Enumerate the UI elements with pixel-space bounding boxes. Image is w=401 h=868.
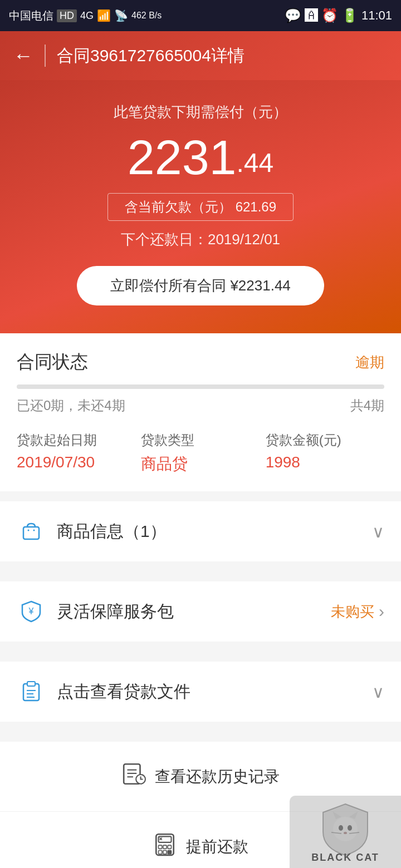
black-cat-watermark: BLACK CAT [290, 796, 401, 868]
service-package-title: 灵活保障服务包 [57, 600, 174, 623]
progress-bar-background [17, 384, 384, 389]
early-repay-label: 提前还款 [186, 836, 248, 857]
data-speed: 462 B/s [131, 11, 162, 21]
loan-info-cell-0: 贷款起始日期 2019/07/30 [17, 431, 135, 475]
wifi-icon: 📡 [114, 9, 128, 22]
loan-docs-title: 点击查看贷款文件 [57, 680, 190, 703]
service-chevron-right-icon: › [379, 602, 384, 621]
loan-docs-left: 点击查看贷款文件 [17, 677, 190, 706]
loan-docs-row[interactable]: 点击查看贷款文件 ∨ [0, 662, 401, 722]
svg-rect-16 [158, 845, 162, 849]
goods-info-row[interactable]: 商品信息（1） ∨ [0, 501, 401, 561]
clipboard-icon [17, 677, 46, 706]
svg-rect-17 [163, 845, 167, 849]
amount-integer: 2231 [128, 133, 237, 182]
amount-decimal: .44 [237, 150, 274, 182]
page-header: ← 合同3961727665004详情 [0, 31, 401, 80]
loan-type-label: 贷款类型 [141, 431, 260, 449]
svg-rect-18 [168, 845, 171, 849]
alipay-icon: 🅰 [305, 8, 318, 23]
message-icon: 💬 [285, 8, 301, 23]
contract-status-section: 合同状态 逾期 已还0期，未还4期 共4期 贷款起始日期 2019/07/30 … [0, 333, 401, 491]
overdue-amount: 621.69 [236, 199, 276, 214]
hero-subtitle: 此笔贷款下期需偿付（元） [114, 102, 287, 122]
loan-docs-right: ∨ [372, 682, 384, 702]
loan-info-cell-1: 贷款类型 商品贷 [141, 431, 260, 475]
page-title: 合同3961727665004详情 [57, 45, 244, 67]
overdue-info-box: 含当前欠款（元） 621.69 [107, 193, 294, 221]
cat-shield-icon [320, 801, 370, 857]
loan-amount-value: 1998 [266, 453, 384, 471]
hero-amount: 2231 .44 [128, 133, 274, 182]
svg-rect-5 [27, 682, 35, 686]
loan-start-value: 2019/07/30 [17, 453, 135, 471]
svg-point-2 [33, 530, 35, 531]
hero-section: 此笔贷款下期需偿付（元） 2231 .44 含当前欠款（元） 621.69 下个… [0, 80, 401, 333]
status-right: 💬 🅰 ⏰ 🔋 11:01 [285, 8, 392, 23]
black-cat-text: BLACK CAT [311, 852, 379, 864]
overdue-label: 含当前欠款（元） [125, 199, 232, 214]
svg-point-28 [348, 825, 352, 831]
overdue-status-badge: 逾期 [355, 353, 384, 372]
battery-icon: 🔋 [341, 8, 358, 23]
service-package-status: 未购买 [331, 602, 374, 622]
svg-rect-21 [168, 851, 171, 854]
svg-text:¥: ¥ [28, 606, 34, 616]
contract-status-header: 合同状态 逾期 [17, 350, 384, 374]
goods-info-title: 商品信息（1） [57, 520, 167, 543]
repay-now-button[interactable]: 立即偿付所有合同 ¥2231.44 [77, 266, 324, 305]
calculator-icon [153, 832, 177, 861]
status-left: 中国电信 HD 4G 📶 📡 462 B/s [9, 8, 162, 23]
svg-point-29 [344, 832, 347, 834]
svg-point-24 [333, 817, 358, 841]
loan-amount-label: 贷款金额(元) [266, 431, 384, 449]
signal-icon: 📶 [97, 9, 111, 22]
back-button[interactable]: ← [13, 46, 33, 66]
network-type: 4G [80, 10, 94, 22]
service-package-left: ¥ 灵活保障服务包 [17, 597, 174, 626]
service-package-row[interactable]: ¥ 灵活保障服务包 未购买 › [0, 581, 401, 642]
paid-periods-label: 已还0期，未还4期 [17, 397, 125, 415]
loan-info-grid: 贷款起始日期 2019/07/30 贷款类型 商品贷 贷款金额(元) 1998 [17, 431, 384, 475]
loan-type-value: 商品贷 [141, 453, 260, 475]
svg-rect-0 [23, 527, 39, 539]
status-bar: 中国电信 HD 4G 📶 📡 462 B/s 💬 🅰 ⏰ 🔋 11:01 [0, 0, 401, 31]
section-separator-2 [0, 652, 401, 662]
svg-point-27 [339, 825, 343, 831]
total-periods-label: 共4期 [350, 397, 384, 415]
section-separator-3 [0, 732, 401, 742]
goods-info-right: ∨ [372, 522, 384, 541]
loan-docs-chevron-icon: ∨ [372, 682, 384, 702]
loan-info-cell-2: 贷款金额(元) 1998 [266, 431, 384, 475]
contract-status-title: 合同状态 [17, 350, 88, 374]
shopping-bag-icon [17, 517, 46, 546]
repay-history-label: 查看还款历史记录 [155, 766, 280, 787]
goods-info-left: 商品信息（1） [17, 517, 167, 546]
header-divider [45, 45, 46, 67]
next-repay-date: 下个还款日：2019/12/01 [121, 230, 280, 249]
clock-icon: ⏰ [321, 8, 338, 23]
shield-yen-icon: ¥ [17, 597, 46, 626]
goods-chevron-down-icon: ∨ [372, 522, 384, 541]
network-label: HD [57, 9, 77, 22]
svg-rect-19 [158, 851, 162, 854]
carrier-label: 中国电信 [9, 8, 53, 23]
service-package-right: 未购买 › [331, 602, 384, 622]
time-label: 11:01 [361, 8, 392, 23]
loan-start-label: 贷款起始日期 [17, 431, 135, 449]
section-separator-1 [0, 571, 401, 581]
progress-labels: 已还0期，未还4期 共4期 [17, 397, 384, 415]
svg-point-1 [28, 530, 30, 531]
svg-rect-20 [163, 851, 167, 854]
history-icon [121, 762, 146, 791]
